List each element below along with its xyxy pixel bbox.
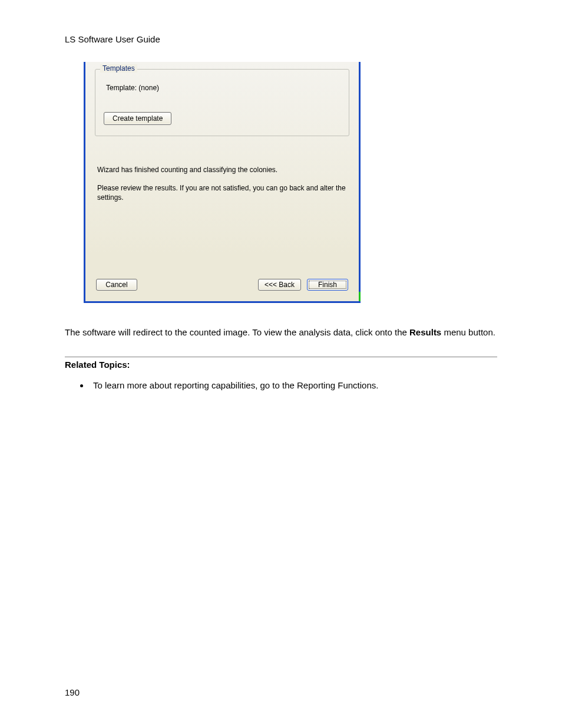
body-text-bold: Results [409, 327, 441, 337]
body-text-pre: The software will redirect to the counte… [65, 327, 409, 337]
related-topics-list: To learn more about reporting capabiliti… [90, 380, 497, 390]
templates-group: Templates Template: (none) Create templa… [95, 69, 349, 136]
templates-legend: Templates [100, 64, 137, 73]
create-template-button[interactable]: Create template [104, 112, 171, 125]
wizard-screenshot: Templates Template: (none) Create templa… [84, 62, 361, 303]
back-button[interactable]: <<< Back [258, 279, 301, 291]
decorative-sliver [359, 292, 361, 301]
wizard-message-1: Wizard has finished counting and classif… [97, 166, 351, 174]
body-text-post: menu button. [441, 327, 495, 337]
related-topics-heading: Related Topics: [65, 360, 497, 370]
list-item: To learn more about reporting capabiliti… [90, 380, 497, 390]
separator [65, 357, 497, 357]
wizard-message-2: Please review the results. If you are no… [97, 183, 351, 202]
cancel-button[interactable]: Cancel [96, 279, 137, 291]
finish-button[interactable]: Finish [307, 279, 348, 291]
wizard-button-row: Cancel <<< Back Finish [94, 279, 351, 293]
template-value-label: Template: (none) [106, 84, 340, 92]
doc-header: LS Software User Guide [65, 34, 497, 44]
wizard-dialog: Templates Template: (none) Create templa… [84, 62, 361, 303]
body-paragraph: The software will redirect to the counte… [65, 327, 497, 338]
page-number: 190 [65, 687, 80, 697]
